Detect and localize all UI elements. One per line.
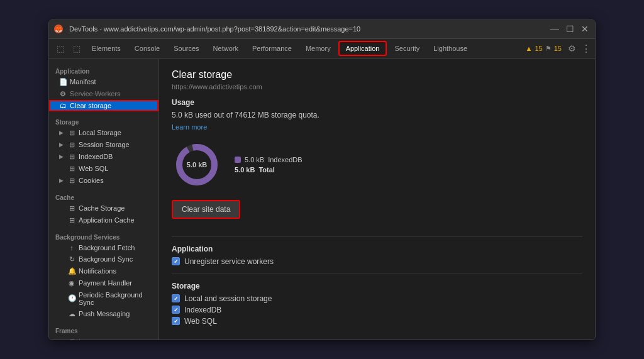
service-workers-icon: ⚙ <box>59 90 67 98</box>
tab-memory[interactable]: Memory <box>299 42 337 55</box>
page-url: https://www.addictivetips.com <box>172 83 582 91</box>
tab-application[interactable]: Application <box>338 41 387 56</box>
cookies-label: Cookies <box>79 177 104 184</box>
sidebar-section-frames: Frames <box>49 324 158 336</box>
tab-performance[interactable]: Performance <box>246 42 298 55</box>
checkbox-websql[interactable] <box>172 317 180 325</box>
cookies-icon: ⊞ <box>68 177 75 185</box>
devtools-tabsbar: ⬚ ⬚ Elements Console Sources Network Per… <box>49 39 595 59</box>
checkbox-row-local-session: Local and session storage <box>172 294 582 303</box>
tab-security[interactable]: Security <box>388 42 426 55</box>
expand-arrow-icon: ▶ <box>59 338 64 340</box>
checkbox-local-session-storage[interactable] <box>172 294 180 302</box>
learn-more-link[interactable]: Learn more <box>172 123 582 131</box>
sidebar-item-session-storage[interactable]: ▶ ⊞ Session Storage <box>49 139 158 151</box>
expand-arrow-icon: ▶ <box>59 141 64 148</box>
checkbox-indexeddb[interactable] <box>172 306 180 314</box>
titlebar: 🦊 DevTools - www.addictivetips.com/wp-ad… <box>49 20 595 39</box>
checkbox-row-indexeddb: IndexedDB <box>172 306 582 314</box>
application-section: Application Unregister service workers <box>172 245 582 266</box>
tab-console[interactable]: Console <box>128 42 166 55</box>
sidebar-item-clear-storage[interactable]: 🗂 Clear storage <box>49 100 158 111</box>
notifications-icon: 🔔 <box>68 267 75 275</box>
clear-storage-icon: 🗂 <box>59 102 67 109</box>
checkbox-websql-label: Web SQL <box>184 317 217 326</box>
checkbox-unregister-label: Unregister service workers <box>184 257 274 266</box>
sidebar-item-bg-sync[interactable]: ↻ Background Sync <box>49 253 158 265</box>
push-messaging-icon: ☁ <box>68 310 75 318</box>
donut-center-label: 5.0 kB <box>187 161 207 168</box>
sidebar-item-local-storage[interactable]: ▶ ⊞ Local Storage <box>49 127 158 139</box>
checkbox-unregister-service-workers[interactable] <box>172 257 180 265</box>
devtools-icon-2[interactable]: ⬚ <box>69 41 84 56</box>
bg-fetch-icon: ↑ <box>68 244 75 251</box>
indexeddb-label: IndexedDB <box>79 153 113 160</box>
sidebar-item-periodic-bg-sync[interactable]: 🕐 Periodic Background Sync <box>49 289 158 308</box>
local-storage-label: Local Storage <box>79 129 121 136</box>
sidebar-item-application-cache[interactable]: ⊞ Application Cache <box>49 214 158 226</box>
tab-network[interactable]: Network <box>207 42 245 55</box>
tab-sources[interactable]: Sources <box>167 42 205 55</box>
application-cache-icon: ⊞ <box>68 216 75 224</box>
expand-arrow-icon: ▶ <box>59 130 64 136</box>
warning-triangle-icon: ▲ <box>526 45 533 52</box>
minimize-button[interactable]: — <box>550 25 560 33</box>
local-storage-icon: ⊞ <box>68 129 75 137</box>
maximize-button[interactable]: ☐ <box>565 25 575 33</box>
gear-icon[interactable]: ⚙ <box>568 43 576 53</box>
legend-label: IndexedDB <box>268 156 302 163</box>
checkbox-local-session-label: Local and session storage <box>184 294 272 303</box>
periodic-bg-sync-label: Periodic Background Sync <box>79 291 152 306</box>
tab-elements[interactable]: Elements <box>86 42 127 55</box>
storage-section-title: Storage <box>172 282 582 290</box>
sidebar: Application 📄 Manifest ⚙ Service Workers… <box>49 59 159 340</box>
sidebar-section-storage: Storage <box>49 115 158 127</box>
sidebar-section-bg-services: Background Services <box>49 230 158 242</box>
notifications-label: Notifications <box>79 267 116 275</box>
sidebar-item-indexeddb[interactable]: ▶ ⊞ IndexedDB <box>49 151 158 163</box>
sidebar-item-manifest[interactable]: 📄 Manifest <box>49 76 158 88</box>
sidebar-item-cache-storage[interactable]: ⊞ Cache Storage <box>49 202 158 214</box>
divider-1 <box>172 236 582 237</box>
sidebar-item-bg-fetch[interactable]: ↑ Background Fetch <box>49 242 158 253</box>
periodic-sync-icon: 🕐 <box>68 294 75 302</box>
payment-handler-label: Payment Handler <box>79 279 132 287</box>
bg-sync-label: Background Sync <box>79 255 133 263</box>
legend-value: 5.0 kB <box>245 156 264 163</box>
push-messaging-label: Push Messaging <box>79 310 130 318</box>
warning-count1: 15 <box>535 45 543 52</box>
checkbox-row-unregister: Unregister service workers <box>172 257 582 266</box>
sidebar-item-web-sql[interactable]: ⊞ Web SQL <box>49 163 158 175</box>
web-sql-label: Web SQL <box>79 165 109 172</box>
manifest-icon: 📄 <box>59 78 67 86</box>
close-button[interactable]: ✕ <box>580 25 590 33</box>
bg-sync-icon: ↻ <box>68 255 75 263</box>
legend-row-total: 5.0 kB Total <box>235 166 303 174</box>
content-area: Clear storage https://www.addictivetips.… <box>159 59 595 340</box>
cache-storage-icon: ⊞ <box>68 204 75 213</box>
service-workers-label: Service Workers <box>70 90 120 97</box>
chart-legend: 5.0 kB IndexedDB 5.0 kB Total <box>235 156 303 174</box>
devtools-window: 🦊 DevTools - www.addictivetips.com/wp-ad… <box>48 19 596 340</box>
session-storage-label: Session Storage <box>79 141 130 148</box>
sidebar-section-cache: Cache <box>49 191 158 202</box>
legend-row-indexeddb: 5.0 kB IndexedDB <box>235 156 303 163</box>
divider-2 <box>172 273 582 274</box>
sidebar-item-top-frame[interactable]: ▶ 🖥 top <box>49 336 158 340</box>
application-cache-label: Application Cache <box>79 216 135 224</box>
legend-total-value: 5.0 kB <box>235 166 255 174</box>
window-title: DevTools - www.addictivetips.com/wp-admi… <box>69 25 546 33</box>
session-storage-icon: ⊞ <box>68 141 75 149</box>
sidebar-item-push-messaging[interactable]: ☁ Push Messaging <box>49 308 158 320</box>
sidebar-item-service-workers[interactable]: ⚙ Service Workers <box>49 88 158 100</box>
sidebar-item-notifications[interactable]: 🔔 Notifications <box>49 265 158 277</box>
clear-site-data-button[interactable]: Clear site data <box>172 200 240 219</box>
devtools-icon-1[interactable]: ⬚ <box>53 41 68 56</box>
menu-icon[interactable]: ⋮ <box>581 43 591 55</box>
sidebar-item-payment-handler[interactable]: ◉ Payment Handler <box>49 277 158 289</box>
expand-arrow-icon: ▶ <box>59 153 64 160</box>
web-sql-icon: ⊞ <box>68 165 75 173</box>
tab-lighthouse[interactable]: Lighthouse <box>427 42 474 55</box>
sidebar-item-cookies[interactable]: ▶ ⊞ Cookies <box>49 175 158 187</box>
bg-fetch-label: Background Fetch <box>79 244 135 251</box>
